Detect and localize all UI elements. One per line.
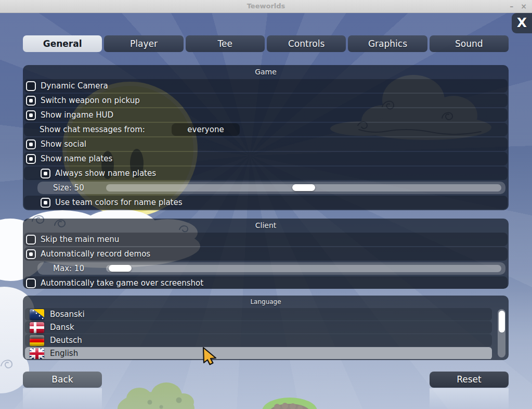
minimize-icon[interactable]: – bbox=[510, 0, 513, 12]
language-label: Deutsch bbox=[50, 336, 82, 345]
setting-label: Dynamic Camera bbox=[41, 81, 108, 91]
tab-player[interactable]: Player bbox=[104, 35, 183, 52]
checkbox-icon[interactable] bbox=[26, 110, 36, 120]
client-section-title: Client bbox=[24, 219, 508, 233]
language-item-bosanski[interactable]: Bosanski bbox=[25, 308, 492, 321]
checkbox-icon[interactable] bbox=[26, 154, 36, 164]
max-demos-slider[interactable] bbox=[106, 265, 501, 272]
language-scrollbar-track[interactable] bbox=[498, 309, 505, 357]
language-list: Bosanski Dansk Deutsch English bbox=[24, 308, 508, 359]
tab-graphics[interactable]: Graphics bbox=[348, 35, 427, 52]
setting-label: Show ingame HUD bbox=[41, 110, 113, 120]
language-section-title: Language bbox=[24, 296, 508, 308]
language-label: Dansk bbox=[50, 323, 74, 332]
reset-button[interactable]: Reset bbox=[430, 372, 509, 388]
game-section-panel: Game Dynamic Camera Switch weapon on pic… bbox=[23, 65, 509, 210]
window-titlebar[interactable]: Teeworlds – × bbox=[0, 0, 532, 13]
checkbox-icon[interactable] bbox=[26, 235, 36, 245]
setting-row-skip-menu[interactable]: Skip the main menu bbox=[24, 233, 508, 246]
germany-flag-icon bbox=[30, 335, 44, 346]
checkbox-icon[interactable] bbox=[41, 198, 50, 208]
setting-label: Switch weapon on pickup bbox=[41, 96, 140, 105]
setting-row-auto-record[interactable]: Automatically record demos bbox=[24, 247, 508, 261]
language-item-dansk[interactable]: Dansk bbox=[25, 321, 492, 334]
denmark-flag-icon bbox=[30, 322, 44, 333]
setting-row-chat-messages: Show chat messages from: everyone bbox=[24, 123, 508, 136]
tab-tee[interactable]: Tee bbox=[186, 35, 265, 52]
reset-button-reflection bbox=[430, 388, 509, 409]
setting-label: Show chat messages from: bbox=[40, 125, 145, 134]
language-scrollbar-thumb[interactable] bbox=[499, 311, 505, 333]
slider-strip: Size: 50 bbox=[37, 182, 505, 194]
slider-strip: Max: 10 bbox=[37, 262, 505, 275]
checkbox-icon[interactable] bbox=[26, 249, 36, 259]
setting-label: Skip the main menu bbox=[41, 235, 119, 244]
language-section-panel: Language Bosanski Dansk Deutsch English bbox=[23, 296, 509, 360]
setting-row-ingame-hud[interactable]: Show ingame HUD bbox=[24, 108, 508, 122]
uk-flag-icon bbox=[30, 348, 44, 359]
setting-row-name-plates[interactable]: Show name plates bbox=[24, 152, 508, 165]
game-settings-screen: X General Player Tee Controls Graphics S… bbox=[0, 13, 532, 409]
slider-handle[interactable] bbox=[292, 184, 315, 191]
setting-row-show-social[interactable]: Show social bbox=[24, 137, 508, 151]
close-icon[interactable]: × bbox=[521, 0, 527, 12]
setting-row-max-demos: Max: 10 bbox=[24, 262, 508, 275]
slider-label: Size: 50 bbox=[53, 183, 84, 193]
checkbox-icon[interactable] bbox=[26, 96, 36, 106]
game-section-title: Game bbox=[24, 65, 508, 79]
tab-sound[interactable]: Sound bbox=[430, 35, 509, 52]
checkbox-icon[interactable] bbox=[41, 169, 50, 178]
checkbox-icon[interactable] bbox=[26, 278, 36, 288]
setting-label: Always show name plates bbox=[55, 169, 156, 178]
setting-row-always-name-plates[interactable]: Always show name plates bbox=[24, 167, 508, 180]
setting-row-switch-weapon[interactable]: Switch weapon on pickup bbox=[24, 94, 508, 107]
language-label: Bosanski bbox=[50, 310, 85, 319]
back-button[interactable]: Back bbox=[23, 372, 102, 388]
window-title: Teeworlds bbox=[0, 0, 532, 12]
chat-messages-dropdown[interactable]: everyone bbox=[172, 123, 240, 136]
bosnia-flag-icon bbox=[30, 309, 44, 320]
back-button-reflection bbox=[23, 388, 102, 409]
tab-controls[interactable]: Controls bbox=[267, 35, 346, 52]
setting-label: Use team colors for name plates bbox=[55, 198, 183, 207]
setting-label: Show name plates bbox=[41, 154, 112, 163]
tab-general[interactable]: General bbox=[23, 35, 102, 52]
language-item-deutsch[interactable]: Deutsch bbox=[25, 334, 492, 347]
language-label: English bbox=[50, 349, 78, 358]
setting-row-team-colors[interactable]: Use team colors for name plates bbox=[24, 196, 508, 209]
language-item-english[interactable]: English bbox=[25, 347, 492, 359]
setting-row-name-plates-size: Size: 50 bbox=[24, 181, 508, 195]
teeworlds-window: Teeworlds – × bbox=[0, 0, 532, 409]
setting-label: Show social bbox=[41, 139, 86, 149]
setting-label: Automatically take game over screenshot bbox=[41, 278, 203, 288]
close-menu-button[interactable]: X bbox=[512, 13, 532, 33]
setting-label: Automatically record demos bbox=[41, 249, 150, 259]
client-section-panel: Client Skip the main menu Automatically … bbox=[23, 219, 509, 289]
setting-row-dynamic-camera[interactable]: Dynamic Camera bbox=[24, 79, 508, 93]
slider-handle[interactable] bbox=[109, 265, 132, 272]
settings-tab-bar: General Player Tee Controls Graphics Sou… bbox=[23, 35, 509, 52]
slider-label: Max: 10 bbox=[53, 264, 84, 273]
name-plates-size-slider[interactable] bbox=[106, 184, 501, 191]
checkbox-icon[interactable] bbox=[26, 81, 36, 91]
setting-row-auto-screenshot[interactable]: Automatically take game over screenshot bbox=[24, 276, 508, 289]
checkbox-icon[interactable] bbox=[26, 139, 36, 149]
